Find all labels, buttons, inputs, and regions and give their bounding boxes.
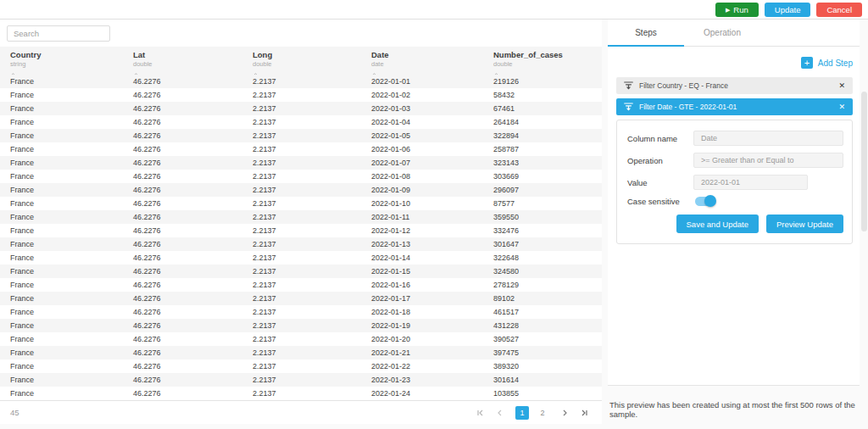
- table-row[interactable]: France46.22762.21372022-01-15324580: [0, 265, 602, 278]
- table-cell: 2022-01-03: [361, 104, 483, 113]
- table-row[interactable]: France46.22762.21372022-01-16278129: [0, 278, 602, 292]
- table-cell: 2.2137: [242, 267, 361, 276]
- scrollbar-thumb[interactable]: [861, 92, 867, 231]
- vertical-scrollbar[interactable]: [860, 20, 868, 429]
- top-toolbar: ▶ Run Update Cancel: [0, 0, 868, 20]
- table-row[interactable]: France46.22762.21372022-01-18461517: [0, 305, 602, 319]
- table-cell: France: [0, 348, 123, 357]
- table-cell: 2022-01-21: [361, 348, 483, 357]
- search-row: [0, 20, 602, 47]
- chevron-right-icon[interactable]: [560, 409, 569, 417]
- table-cell: 2.2137: [242, 308, 361, 316]
- table-row[interactable]: France46.22762.21372022-01-11359550: [0, 210, 602, 224]
- table-row[interactable]: France46.22762.21372022-01-21397475: [0, 346, 602, 359]
- case-sensitive-toggle[interactable]: [695, 197, 715, 206]
- save-and-update-button[interactable]: Save and Update: [676, 214, 759, 233]
- table-cell: 46.2276: [123, 131, 242, 140]
- table-cell: France: [0, 226, 123, 235]
- page-button[interactable]: 2: [536, 406, 549, 420]
- column-header[interactable]: Number_of_cases double: [483, 47, 602, 76]
- value-row: Value: [627, 175, 843, 190]
- table-row[interactable]: France46.22762.21372022-01-19431228: [0, 319, 602, 332]
- table-cell: 397475: [483, 348, 602, 357]
- table-row[interactable]: France46.22762.21372022-01-13301647: [0, 237, 602, 251]
- table-row[interactable]: France46.22762.21372022-01-1789102: [0, 292, 602, 305]
- table-cell: 46.2276: [123, 376, 242, 384]
- last-page-icon[interactable]: [580, 409, 588, 417]
- filter-step-label: Filter Country - EQ - France: [639, 81, 728, 90]
- operation-label: Operation: [627, 156, 693, 165]
- table-row[interactable]: France46.22762.21372022-01-0258432: [0, 88, 602, 102]
- table-row[interactable]: France46.22762.21372022-01-08303669: [0, 170, 602, 183]
- table-row[interactable]: France46.22762.21372022-01-23301614: [0, 373, 602, 387]
- preview-update-button[interactable]: Preview Update: [766, 214, 843, 233]
- plus-icon[interactable]: +: [801, 57, 813, 69]
- column-type: date: [371, 60, 483, 68]
- table-cell: 2.2137: [242, 362, 361, 370]
- main-area: Country string Lat double Long double Da…: [0, 20, 868, 429]
- close-icon[interactable]: ✕: [838, 103, 845, 111]
- column-type: double: [493, 60, 602, 68]
- table-row[interactable]: France46.22762.21372022-01-14322648: [0, 251, 602, 265]
- table-cell: 2.2137: [242, 348, 361, 357]
- table-row[interactable]: France46.22762.21372022-01-05322894: [0, 129, 602, 142]
- app: ▶ Run Update Cancel Country string Lat d…: [0, 0, 868, 429]
- table-cell: 2022-01-20: [361, 335, 483, 343]
- table-row[interactable]: France46.22762.21372022-01-0367461: [0, 102, 602, 115]
- section-divider: [602, 20, 608, 429]
- table-cell: France: [0, 145, 123, 153]
- table-cell: 2022-01-14: [361, 254, 483, 262]
- table-cell: 2022-01-04: [361, 118, 483, 126]
- table-cell: 219126: [483, 77, 602, 86]
- table-cell: 46.2276: [123, 281, 242, 289]
- table-cell: 2.2137: [242, 104, 361, 113]
- column-header[interactable]: Country string: [0, 47, 123, 76]
- first-page-icon[interactable]: [476, 409, 485, 417]
- add-step-button[interactable]: Add Step: [818, 58, 853, 68]
- run-button-label: Run: [733, 5, 748, 14]
- table-cell: 103855: [483, 389, 602, 398]
- table-row[interactable]: France46.22762.21372022-01-20390527: [0, 332, 602, 346]
- cancel-button[interactable]: Cancel: [816, 3, 862, 17]
- search-input[interactable]: [7, 25, 110, 42]
- operation-field[interactable]: [693, 153, 843, 168]
- update-button[interactable]: Update: [765, 3, 811, 17]
- filter-step[interactable]: Filter Country - EQ - France ✕: [616, 77, 853, 94]
- table-row[interactable]: France46.22762.21372022-01-24103855: [0, 387, 602, 400]
- page-list: 12: [515, 406, 549, 420]
- pagination-nav: 12: [476, 406, 588, 420]
- table-cell: 390527: [483, 335, 602, 343]
- table-cell: 46.2276: [123, 172, 242, 181]
- run-button[interactable]: ▶ Run: [715, 3, 759, 17]
- close-icon[interactable]: ✕: [838, 81, 845, 90]
- tab-operation[interactable]: Operation: [684, 20, 760, 47]
- page-button[interactable]: 1: [515, 406, 529, 420]
- chevron-left-icon[interactable]: [496, 409, 504, 417]
- table-row[interactable]: France46.22762.21372022-01-01219126: [0, 75, 602, 88]
- table-row[interactable]: France46.22762.21372022-01-1087577: [0, 197, 602, 210]
- column-name-field[interactable]: [693, 131, 843, 146]
- table-row[interactable]: France46.22762.21372022-01-09296097: [0, 183, 602, 197]
- table-row[interactable]: France46.22762.21372022-01-07323143: [0, 156, 602, 170]
- column-header[interactable]: Long double: [242, 47, 361, 76]
- filter-step[interactable]: Filter Date - GTE - 2022-01-01 ✕: [616, 98, 853, 115]
- column-header[interactable]: Lat double: [123, 47, 242, 76]
- table-cell: 46.2276: [123, 308, 242, 316]
- tab-steps[interactable]: Steps: [608, 20, 684, 47]
- table-cell: 332476: [483, 226, 602, 235]
- table-row[interactable]: France46.22762.21372022-01-22389320: [0, 359, 602, 373]
- table-cell: 301647: [483, 240, 602, 248]
- table-cell: 46.2276: [123, 335, 242, 343]
- value-field[interactable]: [693, 175, 808, 190]
- table-cell: 46.2276: [123, 91, 242, 99]
- table-row[interactable]: France46.22762.21372022-01-06258787: [0, 142, 602, 156]
- form-buttons: Save and Update Preview Update: [627, 214, 843, 233]
- table-cell: 46.2276: [123, 267, 242, 276]
- data-preview-section: Country string Lat double Long double Da…: [0, 20, 602, 424]
- table-row[interactable]: France46.22762.21372022-01-12332476: [0, 224, 602, 237]
- table-cell: 359550: [483, 213, 602, 221]
- table-cell: France: [0, 254, 123, 262]
- table-cell: 323143: [483, 159, 602, 167]
- table-row[interactable]: France46.22762.21372022-01-04264184: [0, 115, 602, 129]
- column-header[interactable]: Date date: [361, 47, 483, 76]
